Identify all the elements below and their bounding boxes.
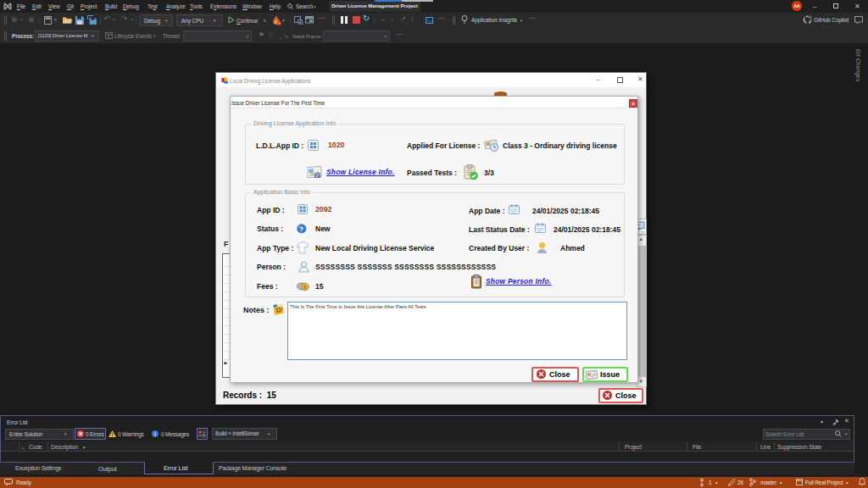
svg-text:?: ? bbox=[299, 225, 303, 233]
